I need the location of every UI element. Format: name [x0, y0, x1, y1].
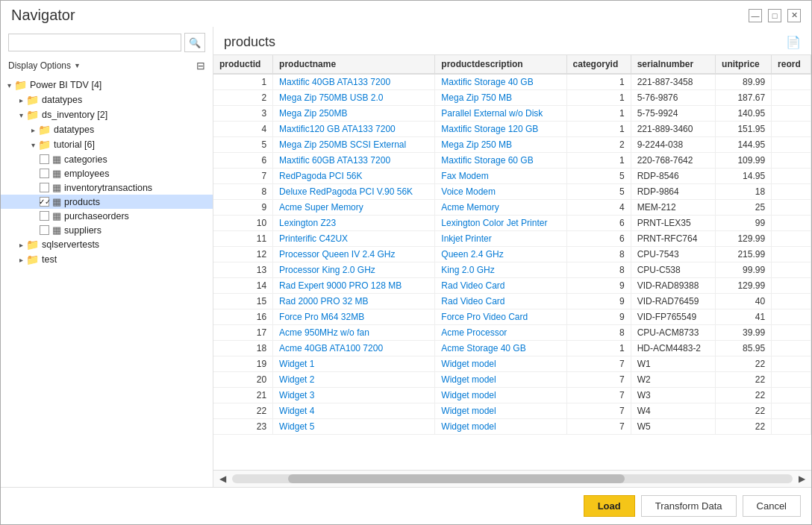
table-cell: Mega Zip 250 MB [435, 137, 566, 153]
tree-node-tutorial[interactable]: ▾📁tutorial [6] [1, 137, 213, 152]
tree-node-inventorytransactions[interactable]: ▦inventorytransactions [1, 180, 213, 195]
table-checkbox[interactable]: ✓ [40, 197, 49, 207]
table-cell: W1 [631, 356, 715, 372]
folder-icon: 📁 [26, 109, 39, 121]
table-cell: Maxtific 60GB ATA133 7200 [273, 153, 435, 169]
tree-view-toggle-button[interactable]: ⊟ [196, 60, 205, 72]
tree-node-label: sqlservertests [42, 239, 99, 250]
folder-icon: 📁 [38, 124, 51, 136]
table-cell: 12 [213, 247, 273, 262]
table-cell: VID-FP765549 [631, 309, 715, 325]
table-row: 21Widget 3Widget model7W322 [213, 388, 811, 403]
tree-node-label: categories [64, 154, 107, 165]
table-cell: 1 [213, 74, 273, 90]
table-icon: ▦ [52, 210, 61, 221]
table-cell: 25 [716, 200, 772, 216]
table-cell: 5 [213, 137, 273, 153]
transform-data-button[interactable]: Transform Data [641, 495, 737, 517]
table-checkbox[interactable] [40, 225, 49, 235]
table-cell: 7 [566, 356, 631, 372]
tree-node-categories[interactable]: ▦categories [1, 152, 213, 166]
table-cell: 14 [213, 278, 273, 294]
display-options-bar: Display Options ▼ ⊟ [1, 58, 213, 78]
table-cell [772, 106, 811, 122]
table-cell: 8 [566, 247, 631, 262]
table-icon: ▦ [52, 168, 61, 179]
export-button[interactable]: 📄 [786, 35, 801, 49]
load-button[interactable]: Load [584, 495, 635, 517]
tree-node-purchaseorders[interactable]: ▦purchaseorders [1, 209, 213, 223]
table-cell: 23 [213, 419, 273, 435]
tree-node-employees[interactable]: ▦employees [1, 166, 213, 180]
table-checkbox[interactable] [40, 211, 49, 221]
tree-node-datatypes2[interactable]: ▸📁datatypes [1, 122, 213, 137]
minimize-button[interactable]: — [749, 9, 762, 22]
table-checkbox[interactable] [40, 169, 49, 178]
table-row: 10Lexington Z23Lexington Color Jet Print… [213, 216, 811, 231]
table-cell: Widget 3 [273, 388, 435, 403]
table-cell: 9 [213, 200, 273, 216]
dialog-title: Navigator [11, 7, 75, 24]
table-cell: Maxtific 40GB ATA133 7200 [273, 74, 435, 90]
table-cell: Widget model [435, 403, 566, 419]
table-row: 11Printerific C42UXInkjet Printer6PRNT-R… [213, 231, 811, 247]
tree-node-ds_inventory[interactable]: ▾📁ds_inventory [2] [1, 107, 213, 122]
title-bar: Navigator — □ ✕ [1, 1, 811, 27]
table-cell: CPU-ACM8733 [631, 325, 715, 341]
tree-node-suppliers[interactable]: ▦suppliers [1, 223, 213, 237]
tree-node-sqlservertests[interactable]: ▸📁sqlservertests [1, 237, 213, 252]
table-checkbox[interactable] [40, 183, 49, 192]
scroll-track[interactable] [232, 474, 793, 483]
folder-icon: 📁 [26, 94, 39, 106]
table-cell [772, 169, 811, 184]
maximize-button[interactable]: □ [768, 9, 781, 22]
table-cell: 99 [716, 216, 772, 231]
search-button[interactable]: 🔍 [184, 33, 205, 52]
table-cell: 99.99 [716, 262, 772, 278]
table-cell: 5-76-9876 [631, 90, 715, 106]
table-cell: 40 [716, 294, 772, 309]
folder-toggle-icon: ▾ [16, 111, 26, 119]
table-cell: 20 [213, 372, 273, 388]
table-cell: Rad Video Card [435, 278, 566, 294]
table-cell: Rad Expert 9000 PRO 128 MB [273, 278, 435, 294]
tree-node-label: tutorial [6] [54, 139, 95, 150]
close-button[interactable]: ✕ [787, 9, 801, 22]
table-cell: Mega Zip 250MB [273, 106, 435, 122]
table-cell: Widget model [435, 356, 566, 372]
tree-node-products[interactable]: ✓▦products [1, 195, 213, 209]
table-checkbox[interactable] [40, 154, 49, 164]
table-cell: 129.99 [716, 231, 772, 247]
table-cell: 85.95 [716, 341, 772, 356]
scroll-right-button[interactable]: ▶ [796, 472, 808, 485]
table-container[interactable]: productidproductnameproductdescriptionca… [213, 54, 811, 470]
table-cell: Rad Video Card [435, 294, 566, 309]
table-cell: Queen 2.4 GHz [435, 247, 566, 262]
table-cell: 1 [566, 90, 631, 106]
horizontal-scrollbar[interactable]: ◀ ▶ [213, 470, 811, 487]
table-cell: 109.99 [716, 153, 772, 169]
scroll-left-button[interactable]: ◀ [216, 472, 229, 485]
cancel-button[interactable]: Cancel [743, 495, 801, 517]
table-cell: Acme 950MHz w/o fan [273, 325, 435, 341]
table-cell: Force Pro Video Card [435, 309, 566, 325]
folder-toggle-icon: ▸ [16, 96, 26, 104]
table-cell [772, 372, 811, 388]
table-cell: 10 [213, 216, 273, 231]
table-cell: 22 [716, 356, 772, 372]
tree-node-datatypes1[interactable]: ▸📁datatypes [1, 92, 213, 107]
tree-node-powerbi[interactable]: ▾📁Power BI TDV [4] [1, 78, 213, 92]
table-cell: 1 [566, 122, 631, 137]
folder-icon: 📁 [38, 139, 51, 151]
table-cell [772, 262, 811, 278]
table-row: 17Acme 950MHz w/o fanAcme Processor8CPU-… [213, 325, 811, 341]
table-cell: 140.95 [716, 106, 772, 122]
search-input[interactable] [8, 34, 181, 51]
table-cell: Acme Super Memory [273, 200, 435, 216]
tree-area: ▾📁Power BI TDV [4]▸📁datatypes▾📁ds_invent… [1, 78, 213, 487]
display-options-button[interactable]: Display Options ▼ [8, 60, 81, 71]
left-panel: 🔍 Display Options ▼ ⊟ ▾📁Power BI TDV [4]… [1, 27, 213, 487]
tree-node-test[interactable]: ▸📁test [1, 252, 213, 267]
table-cell [772, 403, 811, 419]
column-header-categoryid: categoryid [566, 55, 631, 74]
